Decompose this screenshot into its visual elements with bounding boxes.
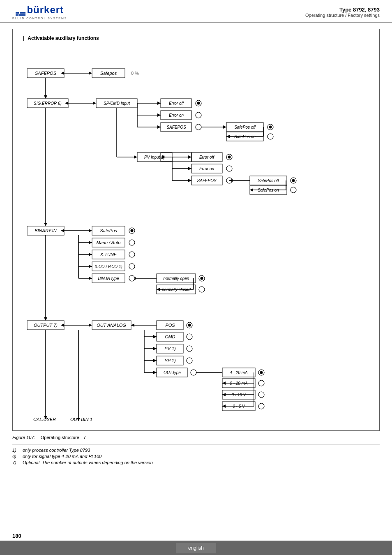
svg-marker-3 xyxy=(89,72,92,75)
header: bürkert FLUID CONTROL SYSTEMS Type 8792,… xyxy=(0,0,392,23)
diagram-box: Activatable auxiliary functions SAFEPOS … xyxy=(12,29,380,431)
safepos-off-1: SafePos off xyxy=(234,125,256,130)
footnote-1-num: 1) xyxy=(12,448,21,453)
svg-marker-28 xyxy=(223,125,226,129)
pv1-label: PV 1) xyxy=(164,346,176,351)
svg-marker-90 xyxy=(89,265,92,268)
header-subtitle: Operating structure / Factory settings xyxy=(305,13,380,18)
svg-marker-56 xyxy=(188,179,191,182)
svg-marker-127 xyxy=(153,347,157,350)
svg-point-124 xyxy=(187,334,192,340)
footnote-7-text: Optional. The number of outputs varies d… xyxy=(23,460,153,465)
header-title: Type 8792, 8793 xyxy=(305,7,380,13)
safepos-pct: 0 % xyxy=(131,71,139,76)
svg-marker-141 xyxy=(196,371,197,374)
footnote-6-num: 6) xyxy=(12,454,21,459)
normally-open-label: normally open xyxy=(164,276,189,281)
footnote-6: 6) only for signal type 4-20 mA and Pt 1… xyxy=(12,454,380,459)
safepos-2: SAFEPOS xyxy=(197,178,217,183)
svg-marker-99 xyxy=(135,277,136,280)
v-0-10-label: 0 - 10 V xyxy=(231,393,246,397)
svg-marker-147 xyxy=(222,382,226,385)
footnote-7: 7) Optional. The number of outputs varie… xyxy=(12,460,380,465)
error-off-1: Error off xyxy=(169,101,184,106)
svg-marker-9 xyxy=(65,102,68,105)
svg-marker-24 xyxy=(157,125,161,129)
svg-point-92 xyxy=(129,264,135,269)
figure-caption: Figure 107: Operating structure - 7 xyxy=(12,435,380,440)
svg-point-82 xyxy=(129,240,135,245)
cmd-label: CMD xyxy=(165,334,175,339)
svg-point-31 xyxy=(269,126,272,129)
sig-error-label: SIG.ERROR 6) xyxy=(34,101,62,106)
footnote-1-text: only process controller Type 8793 xyxy=(23,448,90,453)
v-0-5-label: 0 - 5 V xyxy=(233,404,245,409)
pos-label: POS xyxy=(165,323,175,328)
logo-text: bürkert xyxy=(27,4,64,16)
svg-marker-19 xyxy=(157,113,161,117)
svg-marker-109 xyxy=(44,317,47,321)
safepos-label: SAFEPOS xyxy=(35,71,57,76)
svg-marker-39 xyxy=(134,155,137,159)
footnotes: 1) only process controller Type 8793 6) … xyxy=(12,444,380,465)
svg-marker-2 xyxy=(61,72,64,75)
svg-point-21 xyxy=(196,112,201,118)
out-type-label: OUT.type xyxy=(164,370,181,375)
svg-point-26 xyxy=(196,124,201,130)
svg-point-159 xyxy=(258,403,264,409)
out-bin-1-label: OUT BIN 1 xyxy=(70,417,92,422)
figure-label: Figure 107: xyxy=(12,435,35,440)
svg-point-107 xyxy=(199,287,205,292)
operating-structure-diagram: SAFEPOS Safepos 0 % SIG.ERROR 6) xyxy=(21,46,374,424)
svg-point-36 xyxy=(267,134,273,139)
bottom-bar: english xyxy=(0,541,392,555)
svg-marker-113 xyxy=(89,324,92,327)
svg-point-154 xyxy=(258,392,264,398)
svg-marker-80 xyxy=(89,241,92,244)
svg-marker-51 xyxy=(188,167,191,170)
svg-marker-95 xyxy=(89,277,92,280)
svg-marker-85 xyxy=(89,253,92,256)
svg-point-129 xyxy=(187,346,192,352)
svg-point-119 xyxy=(188,324,191,327)
svg-marker-105 xyxy=(157,288,160,291)
cal-user-label: CAL.USER xyxy=(33,417,56,422)
svg-point-77 xyxy=(131,229,134,232)
safepos-off-2: SafePos off xyxy=(258,178,279,183)
svg-point-139 xyxy=(191,370,196,375)
safepos-val: Safepos xyxy=(100,71,117,76)
language-tab[interactable]: english xyxy=(176,543,216,553)
svg-marker-70 xyxy=(44,223,47,226)
page: bürkert FLUID CONTROL SYSTEMS Type 8792,… xyxy=(0,0,392,555)
normally-closed-label: normally closed xyxy=(162,287,191,292)
svg-marker-152 xyxy=(222,393,226,396)
ma-0-20-label: 0 - 20 mA xyxy=(230,381,248,386)
svg-marker-112 xyxy=(61,324,64,327)
main-content: Activatable auxiliary functions SAFEPOS … xyxy=(0,23,392,531)
svg-marker-34 xyxy=(226,135,230,138)
footnote-7-num: 7) xyxy=(12,460,21,465)
page-number: 180 xyxy=(12,533,21,539)
svg-point-102 xyxy=(201,277,203,280)
figure-title: Operating structure - 7 xyxy=(41,435,86,440)
error-on-1: Error on xyxy=(169,113,184,118)
out-analog-label: OUT ANALOG xyxy=(97,323,126,328)
svg-point-16 xyxy=(197,102,200,105)
svg-marker-13 xyxy=(157,102,161,105)
footnote-6-text: only for signal type 4-20 mA and Pt 100 xyxy=(23,454,101,459)
svg-point-63 xyxy=(292,179,295,182)
svg-marker-73 xyxy=(61,229,64,232)
svg-marker-45 xyxy=(188,155,191,159)
svg-marker-132 xyxy=(153,359,157,362)
svg-point-134 xyxy=(187,358,192,363)
svg-marker-66 xyxy=(250,188,253,192)
svg-marker-74 xyxy=(89,229,92,232)
svg-point-48 xyxy=(228,156,231,159)
safepos-b-label: SafePos xyxy=(100,228,117,233)
diagram-title: Activatable auxiliary functions xyxy=(21,35,371,41)
svg-marker-116 xyxy=(131,324,134,327)
svg-marker-10 xyxy=(93,102,96,105)
svg-point-87 xyxy=(129,252,135,257)
safepos-on-2: SafePos on xyxy=(258,188,279,192)
svg-marker-6 xyxy=(44,95,47,99)
